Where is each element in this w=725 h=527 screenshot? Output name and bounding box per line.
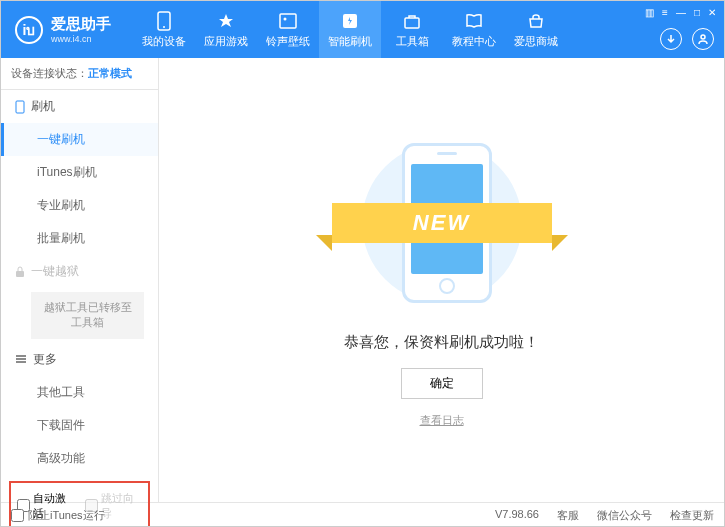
book-icon — [464, 11, 484, 31]
nav-apps[interactable]: 应用游戏 — [195, 1, 257, 58]
app-url: www.i4.cn — [51, 34, 111, 44]
footer-wechat[interactable]: 微信公众号 — [597, 508, 652, 523]
menu-icon — [15, 354, 27, 364]
user-button[interactable] — [692, 28, 714, 50]
svg-rect-8 — [16, 271, 24, 277]
sidebar-item-itunes-flash[interactable]: iTunes刷机 — [1, 156, 158, 189]
window-controls: ▥ ≡ — □ ✕ — [645, 7, 716, 18]
sidebar-item-batch-flash[interactable]: 批量刷机 — [1, 222, 158, 255]
toolbox-icon — [402, 11, 422, 31]
main-nav: 我的设备 应用游戏 铃声壁纸 智能刷机 工具箱 教程中心 爱思商城 — [133, 1, 567, 58]
phone-icon — [154, 11, 174, 31]
win-btn-2[interactable]: ≡ — [662, 7, 668, 18]
nav-my-device[interactable]: 我的设备 — [133, 1, 195, 58]
sidebar-item-advanced[interactable]: 高级功能 — [1, 442, 158, 475]
section-flash[interactable]: 刷机 — [1, 90, 158, 123]
svg-rect-7 — [16, 101, 24, 113]
image-icon — [278, 11, 298, 31]
sidebar: 设备连接状态：正常模式 刷机 一键刷机 iTunes刷机 专业刷机 批量刷机 一… — [1, 58, 159, 502]
sidebar-item-oneclick-flash[interactable]: 一键刷机 — [1, 123, 158, 156]
jailbreak-note: 越狱工具已转移至工具箱 — [31, 292, 144, 339]
win-btn-1[interactable]: ▥ — [645, 7, 654, 18]
download-button[interactable] — [660, 28, 682, 50]
sidebar-item-other-tools[interactable]: 其他工具 — [1, 376, 158, 409]
section-more[interactable]: 更多 — [1, 343, 158, 376]
main-content: NEW 恭喜您，保资料刷机成功啦！ 确定 查看日志 — [159, 58, 724, 502]
section-jailbreak: 一键越狱 — [1, 255, 158, 288]
nav-store[interactable]: 爱思商城 — [505, 1, 567, 58]
minimize-button[interactable]: — — [676, 7, 686, 18]
flash-small-icon — [15, 100, 25, 114]
new-ribbon: NEW — [332, 203, 552, 243]
footer-check-update[interactable]: 检查更新 — [670, 508, 714, 523]
nav-toolbox[interactable]: 工具箱 — [381, 1, 443, 58]
view-log-link[interactable]: 查看日志 — [420, 413, 464, 428]
nav-ringtones[interactable]: 铃声壁纸 — [257, 1, 319, 58]
app-logo-icon: iบ — [15, 16, 43, 44]
success-message: 恭喜您，保资料刷机成功啦！ — [344, 333, 539, 352]
sidebar-item-download-firmware[interactable]: 下载固件 — [1, 409, 158, 442]
footer-support[interactable]: 客服 — [557, 508, 579, 523]
success-illustration: NEW — [342, 133, 542, 313]
maximize-button[interactable]: □ — [694, 7, 700, 18]
svg-point-6 — [701, 35, 705, 39]
ok-button[interactable]: 确定 — [401, 368, 483, 399]
svg-point-1 — [163, 26, 165, 28]
app-header: iบ 爱思助手 www.i4.cn 我的设备 应用游戏 铃声壁纸 智能刷机 工具… — [1, 1, 724, 58]
nav-tutorials[interactable]: 教程中心 — [443, 1, 505, 58]
connection-status: 设备连接状态：正常模式 — [1, 58, 158, 90]
flash-icon — [340, 11, 360, 31]
block-itunes-checkbox[interactable] — [11, 509, 24, 522]
close-button[interactable]: ✕ — [708, 7, 716, 18]
app-name: 爱思助手 — [51, 15, 111, 34]
logo-area: iบ 爱思助手 www.i4.cn — [1, 15, 125, 44]
svg-rect-2 — [280, 14, 296, 28]
svg-rect-5 — [405, 18, 419, 28]
block-itunes-option[interactable]: 阻止iTunes运行 — [11, 508, 105, 523]
apps-icon — [216, 11, 236, 31]
nav-smart-flash[interactable]: 智能刷机 — [319, 1, 381, 58]
lock-icon — [15, 266, 25, 278]
svg-point-3 — [284, 17, 287, 20]
sidebar-item-pro-flash[interactable]: 专业刷机 — [1, 189, 158, 222]
version-label: V7.98.66 — [495, 508, 539, 523]
store-icon — [526, 11, 546, 31]
